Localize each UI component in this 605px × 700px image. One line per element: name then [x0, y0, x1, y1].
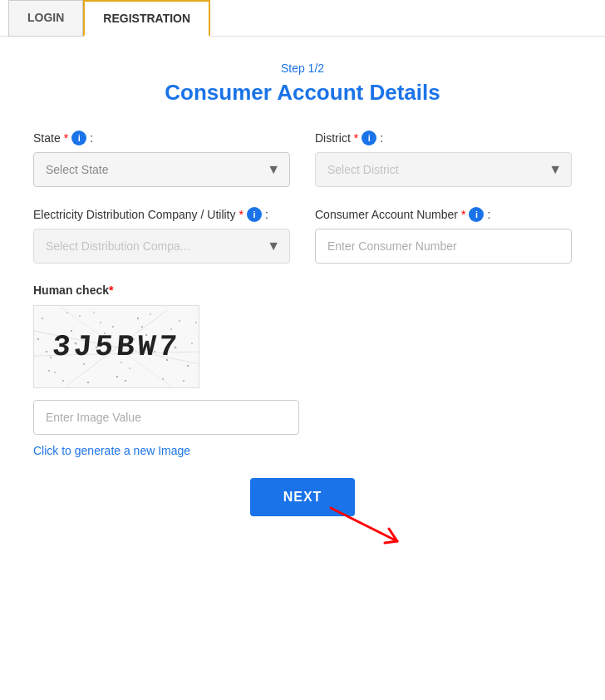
svg-point-15 [112, 326, 114, 328]
distribution-company-select[interactable]: Select Distribution Compa... [33, 229, 290, 264]
svg-point-16 [129, 367, 130, 369]
consumer-account-group: Consumer Account Number * i : [315, 207, 572, 264]
svg-point-10 [191, 343, 193, 344]
distribution-company-label: Electricity Distribution Company / Utili… [33, 207, 290, 222]
main-content: Step 1/2 Consumer Account Details State … [0, 37, 605, 541]
svg-point-11 [46, 351, 47, 352]
district-info-icon[interactable]: i [362, 131, 376, 145]
captcha-value: 3J5BW7 [51, 330, 181, 364]
consumer-account-required: * [461, 208, 465, 221]
state-group: State * i : Select State ▼ [33, 131, 290, 187]
button-row: NEXT [33, 478, 572, 516]
consumer-account-input[interactable] [315, 229, 572, 264]
tab-login[interactable]: LOGIN [8, 0, 83, 37]
svg-point-41 [195, 322, 197, 323]
svg-point-26 [137, 318, 139, 319]
utility-account-row: Electricity Distribution Company / Utili… [33, 207, 572, 264]
svg-point-4 [100, 322, 101, 323]
svg-point-40 [48, 370, 50, 372]
state-label-text: State [33, 131, 61, 145]
district-colon: : [380, 131, 383, 145]
captcha-required: * [109, 283, 113, 297]
tab-registration[interactable]: REGISTRATION [83, 0, 210, 37]
district-label: District * i : [315, 131, 572, 145]
svg-point-9 [183, 380, 184, 382]
district-group: District * i : Select District ▼ [315, 131, 572, 187]
distribution-company-info-icon[interactable]: i [247, 207, 262, 222]
captcha-input[interactable] [33, 400, 299, 435]
svg-point-19 [179, 320, 180, 322]
distribution-company-group: Electricity Distribution Company / Utili… [33, 207, 290, 264]
svg-point-23 [87, 382, 89, 383]
next-button[interactable]: NEXT [250, 478, 356, 516]
district-required: * [354, 131, 358, 145]
captcha-label: Human check* [33, 283, 572, 297]
district-label-text: District [315, 131, 351, 145]
svg-point-12 [62, 380, 64, 382]
svg-point-39 [93, 312, 95, 313]
distribution-company-colon: : [265, 208, 268, 221]
svg-point-20 [37, 338, 39, 340]
page-title: Consumer Account Details [33, 80, 572, 106]
captcha-refresh-link[interactable]: Click to generate a new Image [33, 444, 190, 457]
svg-point-38 [125, 380, 126, 382]
state-info-icon[interactable]: i [71, 131, 86, 145]
consumer-account-colon: : [487, 208, 490, 221]
consumer-account-label: Consumer Account Number * i : [315, 207, 572, 222]
distribution-company-select-wrapper: Select Distribution Compa... ▼ [33, 229, 290, 264]
svg-point-29 [187, 365, 189, 367]
consumer-account-info-icon[interactable]: i [469, 207, 484, 222]
consumer-account-label-text: Consumer Account Number [315, 208, 458, 221]
state-label: State * i : [33, 131, 290, 145]
svg-point-1 [54, 372, 56, 373]
district-select[interactable]: Select District [315, 152, 572, 187]
svg-point-13 [79, 315, 81, 317]
svg-point-7 [150, 313, 151, 315]
step-label: Step 1/2 [33, 62, 572, 75]
captcha-section: Human check* [33, 283, 572, 458]
district-select-wrapper: Select District ▼ [315, 152, 572, 187]
distribution-company-label-text: Electricity Distribution Company / Utili… [33, 208, 236, 221]
state-district-row: State * i : Select State ▼ District * i … [33, 131, 572, 187]
svg-point-36 [141, 326, 143, 328]
state-select[interactable]: Select State [33, 152, 290, 187]
tab-bar: LOGIN REGISTRATION [0, 0, 605, 37]
svg-point-5 [116, 376, 118, 377]
state-colon: : [90, 131, 93, 145]
state-required: * [64, 131, 68, 145]
svg-point-0 [42, 318, 43, 319]
distribution-company-required: * [239, 208, 243, 221]
state-select-wrapper: Select State ▼ [33, 152, 290, 187]
captcha-image: 3J5BW7 [33, 305, 199, 388]
